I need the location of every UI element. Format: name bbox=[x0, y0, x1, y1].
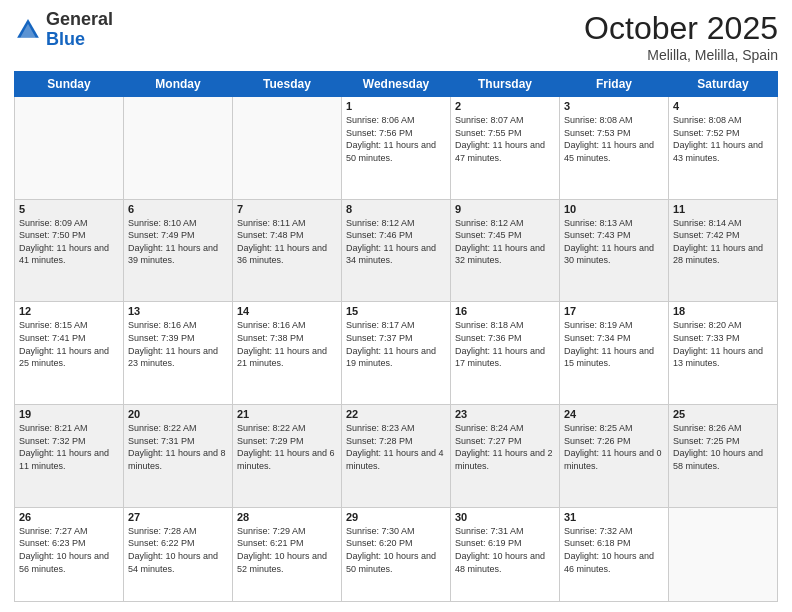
page: General Blue October 2025 Melilla, Melil… bbox=[0, 0, 792, 612]
table-row: 2Sunrise: 8:07 AM Sunset: 7:55 PM Daylig… bbox=[451, 97, 560, 200]
day-number: 3 bbox=[564, 100, 664, 112]
cell-info: Sunrise: 8:08 AM Sunset: 7:53 PM Dayligh… bbox=[564, 114, 664, 164]
day-number: 21 bbox=[237, 408, 337, 420]
cell-info: Sunrise: 8:17 AM Sunset: 7:37 PM Dayligh… bbox=[346, 319, 446, 369]
logo-blue: Blue bbox=[46, 29, 85, 49]
cell-info: Sunrise: 8:16 AM Sunset: 7:39 PM Dayligh… bbox=[128, 319, 228, 369]
day-number: 27 bbox=[128, 511, 228, 523]
table-row: 24Sunrise: 8:25 AM Sunset: 7:26 PM Dayli… bbox=[560, 405, 669, 508]
table-row: 15Sunrise: 8:17 AM Sunset: 7:37 PM Dayli… bbox=[342, 302, 451, 405]
logo-general: General bbox=[46, 9, 113, 29]
day-number: 15 bbox=[346, 305, 446, 317]
day-number: 9 bbox=[455, 203, 555, 215]
cell-info: Sunrise: 8:19 AM Sunset: 7:34 PM Dayligh… bbox=[564, 319, 664, 369]
cell-info: Sunrise: 8:24 AM Sunset: 7:27 PM Dayligh… bbox=[455, 422, 555, 472]
logo: General Blue bbox=[14, 10, 113, 50]
cell-info: Sunrise: 8:06 AM Sunset: 7:56 PM Dayligh… bbox=[346, 114, 446, 164]
cell-info: Sunrise: 7:28 AM Sunset: 6:22 PM Dayligh… bbox=[128, 525, 228, 575]
table-row: 21Sunrise: 8:22 AM Sunset: 7:29 PM Dayli… bbox=[233, 405, 342, 508]
cell-info: Sunrise: 8:12 AM Sunset: 7:45 PM Dayligh… bbox=[455, 217, 555, 267]
calendar-week-row: 12Sunrise: 8:15 AM Sunset: 7:41 PM Dayli… bbox=[15, 302, 778, 405]
location: Melilla, Melilla, Spain bbox=[584, 47, 778, 63]
cell-info: Sunrise: 8:26 AM Sunset: 7:25 PM Dayligh… bbox=[673, 422, 773, 472]
table-row: 20Sunrise: 8:22 AM Sunset: 7:31 PM Dayli… bbox=[124, 405, 233, 508]
col-thursday: Thursday bbox=[451, 72, 560, 97]
day-number: 17 bbox=[564, 305, 664, 317]
cell-info: Sunrise: 8:23 AM Sunset: 7:28 PM Dayligh… bbox=[346, 422, 446, 472]
day-number: 16 bbox=[455, 305, 555, 317]
cell-info: Sunrise: 7:29 AM Sunset: 6:21 PM Dayligh… bbox=[237, 525, 337, 575]
table-row: 8Sunrise: 8:12 AM Sunset: 7:46 PM Daylig… bbox=[342, 199, 451, 302]
day-number: 1 bbox=[346, 100, 446, 112]
table-row: 31Sunrise: 7:32 AM Sunset: 6:18 PM Dayli… bbox=[560, 507, 669, 601]
col-friday: Friday bbox=[560, 72, 669, 97]
cell-info: Sunrise: 8:12 AM Sunset: 7:46 PM Dayligh… bbox=[346, 217, 446, 267]
table-row bbox=[15, 97, 124, 200]
cell-info: Sunrise: 8:20 AM Sunset: 7:33 PM Dayligh… bbox=[673, 319, 773, 369]
cell-info: Sunrise: 8:13 AM Sunset: 7:43 PM Dayligh… bbox=[564, 217, 664, 267]
table-row bbox=[669, 507, 778, 601]
table-row bbox=[233, 97, 342, 200]
day-number: 5 bbox=[19, 203, 119, 215]
table-row: 9Sunrise: 8:12 AM Sunset: 7:45 PM Daylig… bbox=[451, 199, 560, 302]
day-number: 30 bbox=[455, 511, 555, 523]
day-number: 8 bbox=[346, 203, 446, 215]
table-row: 6Sunrise: 8:10 AM Sunset: 7:49 PM Daylig… bbox=[124, 199, 233, 302]
cell-info: Sunrise: 8:11 AM Sunset: 7:48 PM Dayligh… bbox=[237, 217, 337, 267]
cell-info: Sunrise: 8:22 AM Sunset: 7:29 PM Dayligh… bbox=[237, 422, 337, 472]
table-row: 7Sunrise: 8:11 AM Sunset: 7:48 PM Daylig… bbox=[233, 199, 342, 302]
table-row: 18Sunrise: 8:20 AM Sunset: 7:33 PM Dayli… bbox=[669, 302, 778, 405]
cell-info: Sunrise: 8:21 AM Sunset: 7:32 PM Dayligh… bbox=[19, 422, 119, 472]
table-row: 19Sunrise: 8:21 AM Sunset: 7:32 PM Dayli… bbox=[15, 405, 124, 508]
table-row: 14Sunrise: 8:16 AM Sunset: 7:38 PM Dayli… bbox=[233, 302, 342, 405]
table-row: 12Sunrise: 8:15 AM Sunset: 7:41 PM Dayli… bbox=[15, 302, 124, 405]
table-row: 29Sunrise: 7:30 AM Sunset: 6:20 PM Dayli… bbox=[342, 507, 451, 601]
table-row: 30Sunrise: 7:31 AM Sunset: 6:19 PM Dayli… bbox=[451, 507, 560, 601]
table-row bbox=[124, 97, 233, 200]
table-row: 26Sunrise: 7:27 AM Sunset: 6:23 PM Dayli… bbox=[15, 507, 124, 601]
col-sunday: Sunday bbox=[15, 72, 124, 97]
col-wednesday: Wednesday bbox=[342, 72, 451, 97]
table-row: 5Sunrise: 8:09 AM Sunset: 7:50 PM Daylig… bbox=[15, 199, 124, 302]
table-row: 10Sunrise: 8:13 AM Sunset: 7:43 PM Dayli… bbox=[560, 199, 669, 302]
cell-info: Sunrise: 7:31 AM Sunset: 6:19 PM Dayligh… bbox=[455, 525, 555, 575]
day-number: 10 bbox=[564, 203, 664, 215]
day-number: 20 bbox=[128, 408, 228, 420]
cell-info: Sunrise: 8:16 AM Sunset: 7:38 PM Dayligh… bbox=[237, 319, 337, 369]
table-row: 3Sunrise: 8:08 AM Sunset: 7:53 PM Daylig… bbox=[560, 97, 669, 200]
cell-info: Sunrise: 8:09 AM Sunset: 7:50 PM Dayligh… bbox=[19, 217, 119, 267]
calendar-week-row: 26Sunrise: 7:27 AM Sunset: 6:23 PM Dayli… bbox=[15, 507, 778, 601]
col-saturday: Saturday bbox=[669, 72, 778, 97]
day-number: 19 bbox=[19, 408, 119, 420]
day-number: 24 bbox=[564, 408, 664, 420]
table-row: 13Sunrise: 8:16 AM Sunset: 7:39 PM Dayli… bbox=[124, 302, 233, 405]
day-number: 23 bbox=[455, 408, 555, 420]
logo-text: General Blue bbox=[46, 10, 113, 50]
day-number: 26 bbox=[19, 511, 119, 523]
col-monday: Monday bbox=[124, 72, 233, 97]
day-number: 13 bbox=[128, 305, 228, 317]
day-number: 29 bbox=[346, 511, 446, 523]
table-row: 28Sunrise: 7:29 AM Sunset: 6:21 PM Dayli… bbox=[233, 507, 342, 601]
day-number: 7 bbox=[237, 203, 337, 215]
table-row: 11Sunrise: 8:14 AM Sunset: 7:42 PM Dayli… bbox=[669, 199, 778, 302]
day-number: 12 bbox=[19, 305, 119, 317]
calendar-header-row: Sunday Monday Tuesday Wednesday Thursday… bbox=[15, 72, 778, 97]
day-number: 31 bbox=[564, 511, 664, 523]
day-number: 18 bbox=[673, 305, 773, 317]
title-block: October 2025 Melilla, Melilla, Spain bbox=[584, 10, 778, 63]
cell-info: Sunrise: 7:30 AM Sunset: 6:20 PM Dayligh… bbox=[346, 525, 446, 575]
calendar-week-row: 19Sunrise: 8:21 AM Sunset: 7:32 PM Dayli… bbox=[15, 405, 778, 508]
calendar-week-row: 5Sunrise: 8:09 AM Sunset: 7:50 PM Daylig… bbox=[15, 199, 778, 302]
cell-info: Sunrise: 7:32 AM Sunset: 6:18 PM Dayligh… bbox=[564, 525, 664, 575]
cell-info: Sunrise: 8:22 AM Sunset: 7:31 PM Dayligh… bbox=[128, 422, 228, 472]
header: General Blue October 2025 Melilla, Melil… bbox=[14, 10, 778, 63]
month-title: October 2025 bbox=[584, 10, 778, 47]
cell-info: Sunrise: 7:27 AM Sunset: 6:23 PM Dayligh… bbox=[19, 525, 119, 575]
cell-info: Sunrise: 8:18 AM Sunset: 7:36 PM Dayligh… bbox=[455, 319, 555, 369]
table-row: 25Sunrise: 8:26 AM Sunset: 7:25 PM Dayli… bbox=[669, 405, 778, 508]
cell-info: Sunrise: 8:07 AM Sunset: 7:55 PM Dayligh… bbox=[455, 114, 555, 164]
table-row: 1Sunrise: 8:06 AM Sunset: 7:56 PM Daylig… bbox=[342, 97, 451, 200]
day-number: 6 bbox=[128, 203, 228, 215]
calendar-table: Sunday Monday Tuesday Wednesday Thursday… bbox=[14, 71, 778, 602]
